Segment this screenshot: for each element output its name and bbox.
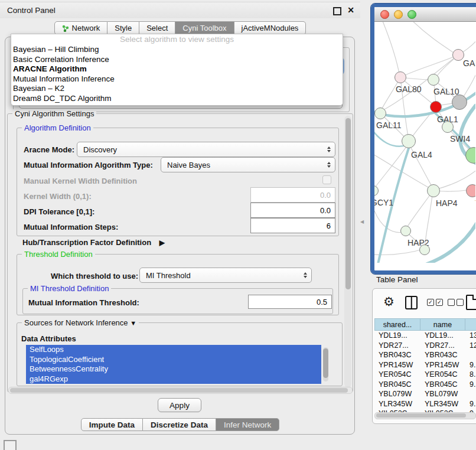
column-header-2[interactable] xyxy=(465,318,476,331)
apply-button[interactable]: Apply xyxy=(158,398,201,412)
table-row[interactable]: YBR043CYBR043C xyxy=(374,350,476,360)
algorithm-option-dream8-dc-tdc-algorithm[interactable]: Dream8 DC_TDC Algorithm xyxy=(11,94,343,104)
network-canvas[interactable]: GALGAL80GAL10GAL1GAL11SWI4GAL4GCY1HAP4YH… xyxy=(374,22,475,263)
network-node-y[interactable] xyxy=(466,184,475,197)
algorithm-option-bayesian-hill-climbing[interactable]: Bayesian – Hill Climbing xyxy=(11,45,343,55)
table-hscrollbar[interactable] xyxy=(374,412,476,419)
network-node-gal11[interactable] xyxy=(374,107,386,119)
bottom-tab-impute-data[interactable]: Impute Data xyxy=(81,418,143,431)
gear-icon[interactable]: ⚙ xyxy=(383,295,395,309)
attribute-item-selfloops[interactable]: SelfLoops xyxy=(26,345,321,355)
column-header-shared[interactable]: shared... xyxy=(374,318,420,331)
network-node-gal4[interactable] xyxy=(402,134,416,148)
unchecked-checkbox-icon[interactable] xyxy=(448,299,455,306)
mi-threshold-field[interactable]: 0.5 xyxy=(248,295,332,309)
table-toolbar: ⚙ ✓ ✓ xyxy=(373,295,476,312)
zoom-traffic-light-icon[interactable] xyxy=(407,10,416,19)
data-attributes-list[interactable]: SelfLoopsTopologicalCoefficientBetweenne… xyxy=(26,345,328,384)
tab-select[interactable]: Select xyxy=(139,21,175,35)
mi-steps-value: 6 xyxy=(327,221,331,230)
float-icon[interactable] xyxy=(333,7,341,15)
tab-label: Select xyxy=(146,24,168,32)
attribute-item-gal4rgexp[interactable]: gal4RGexp xyxy=(26,374,321,384)
attr-list-scrollbar-thumb[interactable] xyxy=(323,348,328,378)
mi-algorithm-type-combobox[interactable]: Naive Bayes xyxy=(161,157,335,172)
bottom-tab-bar: Impute DataDiscretize DataInfer Network xyxy=(0,418,360,431)
table-cell: 9. xyxy=(465,399,476,409)
close-traffic-light-icon[interactable] xyxy=(380,10,389,19)
table-cell: YDL19... xyxy=(374,331,420,341)
mi-algorithm-type-value: Naive Bayes xyxy=(167,161,210,169)
tab-bar: NetworkStyleSelectCyni ToolboxjActiveMNo… xyxy=(0,21,360,35)
attribute-item-topologicalcoefficient[interactable]: TopologicalCoefficient xyxy=(26,355,321,365)
network-node[interactable] xyxy=(452,94,467,110)
network-node-gal80[interactable] xyxy=(395,71,406,83)
network-node-gal1[interactable] xyxy=(430,101,442,113)
tab-jactivemnodules[interactable]: jActiveMNodules xyxy=(234,21,307,35)
new-table-icon[interactable] xyxy=(466,295,476,310)
tab-network[interactable]: Network xyxy=(54,21,108,35)
tab-style[interactable]: Style xyxy=(107,21,139,35)
tab-label: jActiveMNodules xyxy=(242,24,299,32)
splitter-handle[interactable]: ◀ xyxy=(360,219,364,224)
column-header-name[interactable]: name xyxy=(420,318,465,331)
sources-title[interactable]: Sources for Network Inference ▼ xyxy=(22,318,139,327)
network-view-window[interactable]: GALGAL80GAL10GAL1GAL11SWI4GAL4GCY1HAP4YH… xyxy=(371,4,476,274)
kernel-width-field[interactable]: 0.0 xyxy=(250,187,335,203)
control-panel-title: Control Panel xyxy=(7,6,56,15)
manual-kernel-width-checkbox[interactable] xyxy=(322,175,331,184)
checked-checkbox-icon[interactable]: ✓ xyxy=(427,299,434,306)
columns-icon[interactable] xyxy=(405,296,418,309)
tab-label: Cyni Toolbox xyxy=(182,24,226,32)
algorithm-option-basic-correlation-inference[interactable]: Basic Correlation Inference xyxy=(11,55,343,65)
attribute-item-betweennesscentrality[interactable]: BetweennessCentrality xyxy=(26,364,321,374)
close-icon[interactable]: ✕ xyxy=(347,5,354,15)
collapsed-panel-icon[interactable] xyxy=(4,440,17,450)
table-row[interactable]: YBR045CYBR045C9. xyxy=(374,380,476,390)
table-cell: YPR145W xyxy=(374,360,420,370)
table-panel-title: Table Panel xyxy=(376,275,418,284)
bottom-tab-infer-network[interactable]: Infer Network xyxy=(216,418,279,431)
node-table[interactable]: shared...name YDL19...YDL19...13YDR27...… xyxy=(374,318,476,413)
settings-hscrollbar-thumb[interactable] xyxy=(10,388,348,393)
checked-checkbox-icon[interactable]: ✓ xyxy=(436,299,443,306)
table-row[interactable]: YDL19...YDL19...13 xyxy=(374,331,476,341)
expand-right-icon: ▶ xyxy=(159,239,165,247)
data-attributes-label: Data Attributes xyxy=(21,334,76,343)
algorithm-dropdown-options: Bayesian – Hill ClimbingBasic Correlatio… xyxy=(11,45,343,104)
network-node-swi4[interactable] xyxy=(442,121,454,133)
combo-arrows-icon xyxy=(327,162,331,168)
hub-definition-toggle[interactable]: Hub/Transcription Factor Definition ▶ xyxy=(22,238,165,247)
aracne-mode-combobox[interactable]: Discovery xyxy=(77,142,335,157)
bottom-tab-discretize-data[interactable]: Discretize Data xyxy=(143,418,216,431)
network-node-gal[interactable] xyxy=(452,49,464,61)
network-window-titlebar[interactable] xyxy=(374,7,476,22)
algorithm-option-aracne-algorithm[interactable]: ARACNE Algorithm xyxy=(11,64,343,74)
table-row[interactable]: YLR345WYLR345W9. xyxy=(374,399,476,409)
network-node[interactable] xyxy=(419,244,430,255)
table-row[interactable]: YDR27...YDR27...12 xyxy=(374,341,476,351)
table-row[interactable]: YER054CYER054C8. xyxy=(374,370,476,380)
settings-scrollbar-thumb[interactable] xyxy=(345,118,351,289)
dpi-tolerance-field[interactable]: 0.0 xyxy=(250,203,335,218)
algorithm-option-bayesian-k2[interactable]: Bayesian – K2 xyxy=(11,84,343,94)
node-label-swi4: SWI4 xyxy=(450,134,470,144)
network-node-hap2[interactable] xyxy=(400,226,411,236)
network-node-gal10[interactable] xyxy=(428,74,439,86)
minimize-traffic-light-icon[interactable] xyxy=(394,10,403,19)
table-cell: 9. xyxy=(465,380,476,390)
table-row[interactable]: YPR145WYPR145W9. xyxy=(374,360,476,370)
table-cell: 12 xyxy=(465,341,476,351)
tab-cyni-toolbox[interactable]: Cyni Toolbox xyxy=(175,21,234,35)
mi-threshold-value: 0.5 xyxy=(317,298,327,306)
table-hscrollbar-thumb[interactable] xyxy=(376,413,466,418)
network-node-hap4[interactable] xyxy=(427,184,440,197)
unchecked-checkbox-icon[interactable] xyxy=(457,299,464,306)
manual-kernel-width-label: Manual Kernel Width Definition xyxy=(24,177,137,185)
collapse-down-icon: ▼ xyxy=(130,319,136,327)
which-threshold-combobox[interactable]: MI Threshold xyxy=(139,268,312,283)
mi-steps-field[interactable]: 6 xyxy=(250,218,335,233)
algorithm-option-mutual-information-inference[interactable]: Mutual Information Inference xyxy=(11,74,343,84)
table-row[interactable]: YBL079WYBL079W xyxy=(374,389,476,399)
node-label-gal: GAL xyxy=(463,58,475,68)
